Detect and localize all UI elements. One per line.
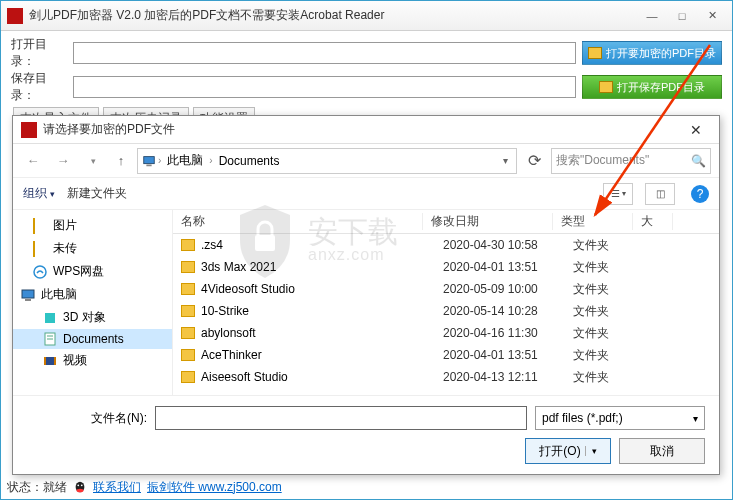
tree-item[interactable]: 图片 <box>13 214 172 237</box>
breadcrumb-dropdown[interactable]: ▾ <box>499 155 512 166</box>
save-dir-label: 保存目录： <box>11 70 67 104</box>
file-row[interactable]: 4Videosoft Studio2020-05-09 10:00文件夹 <box>173 278 719 300</box>
doc-icon <box>43 332 57 346</box>
file-row[interactable]: AceThinker2020-04-01 13:51文件夹 <box>173 344 719 366</box>
main-titlebar: 剑儿PDF加密器 V2.0 加密后的PDF文档不需要安装Acrobat Read… <box>1 1 732 31</box>
nav-back-button[interactable]: ← <box>21 149 45 173</box>
svg-rect-15 <box>54 357 56 365</box>
tree-item[interactable]: 视频 <box>13 349 172 372</box>
dialog-toolbar: 组织 ▾ 新建文件夹 ☰ ▾ ◫ ? <box>13 178 719 210</box>
maximize-button[interactable]: □ <box>668 6 696 26</box>
folder-open-icon <box>588 47 602 59</box>
file-row[interactable]: 10-Strike2020-05-14 10:28文件夹 <box>173 300 719 322</box>
3d-icon <box>43 311 57 325</box>
folder-icon <box>33 219 47 233</box>
folder-tree: 图片未传WPS网盘此电脑3D 对象Documents视频 <box>13 210 173 395</box>
folder-icon <box>181 261 195 273</box>
column-name[interactable]: 名称 <box>173 213 423 230</box>
svg-rect-5 <box>146 164 151 166</box>
svg-rect-9 <box>45 313 55 323</box>
organize-button[interactable]: 组织 ▾ <box>23 185 55 202</box>
file-open-dialog: 请选择要加密的PDF文件 ✕ ← → ▾ ↑ › 此电脑 › Documents… <box>12 115 720 475</box>
preview-pane-button[interactable]: ◫ <box>645 183 675 205</box>
pc-icon <box>21 288 35 302</box>
contact-link[interactable]: 联系我们 <box>93 479 141 496</box>
search-placeholder: 搜索"Documents" <box>556 152 649 169</box>
file-row[interactable]: abylonsoft2020-04-16 11:30文件夹 <box>173 322 719 344</box>
filename-label: 文件名(N): <box>27 410 147 427</box>
file-filter-dropdown[interactable]: pdf files (*.pdf;) ▾ <box>535 406 705 430</box>
help-icon[interactable]: ? <box>691 185 709 203</box>
search-input[interactable]: 搜索"Documents" 🔍 <box>551 148 711 174</box>
close-button[interactable]: ✕ <box>698 6 726 26</box>
chevron-down-icon: ▾ <box>693 413 698 424</box>
filename-input[interactable] <box>155 406 527 430</box>
nav-forward-button[interactable]: → <box>51 149 75 173</box>
file-row[interactable]: Aiseesoft Studio2020-04-13 12:11文件夹 <box>173 366 719 388</box>
dialog-titlebar: 请选择要加密的PDF文件 ✕ <box>13 116 719 144</box>
svg-rect-7 <box>22 290 34 298</box>
crumb-current[interactable]: Documents <box>215 152 284 170</box>
svg-point-3 <box>81 484 83 486</box>
file-row[interactable]: 3ds Max 20212020-04-01 13:51文件夹 <box>173 256 719 278</box>
svg-rect-8 <box>25 299 31 301</box>
file-row[interactable]: .zs42020-04-30 10:58文件夹 <box>173 234 719 256</box>
svg-point-1 <box>77 489 84 493</box>
company-link[interactable]: 振剑软件 www.zj500.com <box>147 479 282 496</box>
chevron-right-icon: › <box>158 155 161 166</box>
folder-open-icon <box>599 81 613 93</box>
folder-icon <box>181 327 195 339</box>
file-list: .zs42020-04-30 10:58文件夹3ds Max 20212020-… <box>173 234 719 395</box>
open-save-dir-button[interactable]: 打开保存PDF目录 <box>582 75 722 99</box>
open-dir-label: 打开目录： <box>11 36 67 70</box>
folder-icon <box>181 305 195 317</box>
tree-item[interactable]: 3D 对象 <box>13 306 172 329</box>
cancel-button[interactable]: 取消 <box>619 438 705 464</box>
folder-icon <box>181 283 195 295</box>
file-list-header: 名称 修改日期 类型 大 <box>173 210 719 234</box>
wps-icon <box>33 265 47 279</box>
status-bar: 状态：就绪 联系我们 振剑软件 www.zj500.com <box>7 477 726 497</box>
dialog-close-button[interactable]: ✕ <box>681 122 711 138</box>
folder-icon <box>181 239 195 251</box>
minimize-button[interactable]: — <box>638 6 666 26</box>
search-icon: 🔍 <box>691 154 706 168</box>
tree-item[interactable]: WPS网盘 <box>13 260 172 283</box>
tree-item[interactable]: 未传 <box>13 237 172 260</box>
svg-point-2 <box>77 484 79 486</box>
dialog-title: 请选择要加密的PDF文件 <box>43 121 681 138</box>
tree-item[interactable]: 此电脑 <box>13 283 172 306</box>
column-type[interactable]: 类型 <box>553 213 633 230</box>
save-dir-input[interactable] <box>73 76 576 98</box>
nav-up-button[interactable]: ↑ <box>111 153 131 168</box>
open-encrypt-dir-button[interactable]: 打开要加密的PDF目录 <box>582 41 722 65</box>
chevron-down-icon: ▾ <box>585 446 597 456</box>
app-icon <box>7 8 23 24</box>
dialog-icon <box>21 122 37 138</box>
nav-recent-button[interactable]: ▾ <box>81 149 105 173</box>
folder-icon <box>181 349 195 361</box>
refresh-button[interactable]: ⟳ <box>523 151 545 170</box>
window-title: 剑儿PDF加密器 V2.0 加密后的PDF文档不需要安装Acrobat Read… <box>29 7 638 24</box>
folder-icon <box>33 242 47 256</box>
svg-rect-14 <box>44 357 46 365</box>
svg-rect-4 <box>144 156 155 163</box>
view-mode-button[interactable]: ☰ ▾ <box>603 183 633 205</box>
svg-point-6 <box>34 266 46 278</box>
open-dir-input[interactable] <box>73 42 576 64</box>
status-text: 状态：就绪 <box>7 479 67 496</box>
video-icon <box>43 354 57 368</box>
column-date[interactable]: 修改日期 <box>423 213 553 230</box>
tree-item[interactable]: Documents <box>13 329 172 349</box>
folder-icon <box>181 371 195 383</box>
chevron-right-icon: › <box>209 155 212 166</box>
qq-icon <box>73 480 87 494</box>
open-button[interactable]: 打开(O)▾ <box>525 438 611 464</box>
new-folder-button[interactable]: 新建文件夹 <box>67 185 127 202</box>
column-size[interactable]: 大 <box>633 213 673 230</box>
crumb-root[interactable]: 此电脑 <box>163 150 207 171</box>
pc-icon <box>142 154 156 168</box>
dialog-nav: ← → ▾ ↑ › 此电脑 › Documents ▾ ⟳ 搜索"Documen… <box>13 144 719 178</box>
breadcrumb[interactable]: › 此电脑 › Documents ▾ <box>137 148 517 174</box>
